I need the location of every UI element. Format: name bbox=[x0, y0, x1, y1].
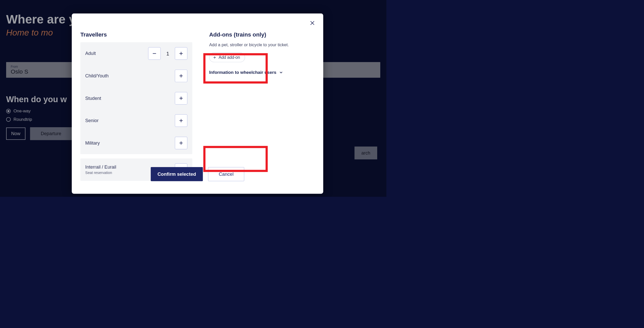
add-addon-button[interactable]: Add add-on bbox=[209, 53, 245, 62]
chevron-down-icon bbox=[279, 71, 283, 75]
plus-icon bbox=[179, 96, 183, 101]
increment-button[interactable] bbox=[175, 69, 187, 82]
travellers-heading: Travellers bbox=[80, 32, 197, 38]
plus-icon bbox=[179, 140, 183, 145]
add-addon-label: Add add-on bbox=[219, 55, 240, 60]
addons-description: Add a pet, stroller or bicycle to your t… bbox=[209, 42, 315, 47]
traveller-label: Child/Youth bbox=[85, 73, 109, 78]
confirm-button[interactable]: Confirm selected bbox=[151, 167, 203, 181]
traveller-count: 1 bbox=[166, 51, 169, 56]
cancel-button[interactable]: Cancel bbox=[208, 167, 244, 181]
traveller-row-adult: Adult 1 bbox=[80, 42, 192, 65]
traveller-row-senior: Senior bbox=[80, 109, 192, 132]
close-icon bbox=[310, 20, 315, 25]
increment-button[interactable] bbox=[175, 137, 187, 149]
addons-heading: Add-ons (trains only) bbox=[209, 32, 315, 38]
plus-icon bbox=[179, 73, 183, 78]
close-button[interactable] bbox=[308, 19, 316, 27]
wheelchair-info-label: Information to wheelchair users bbox=[209, 70, 276, 75]
increment-button[interactable] bbox=[175, 114, 187, 127]
plus-icon bbox=[179, 51, 183, 56]
minus-icon bbox=[152, 51, 157, 56]
traveller-row-military: Military bbox=[80, 132, 192, 154]
traveller-label: Military bbox=[85, 140, 100, 146]
traveller-list: Adult 1 Child/Youth bbox=[80, 42, 192, 154]
plus-icon bbox=[179, 118, 183, 123]
increment-button[interactable] bbox=[175, 47, 187, 60]
decrement-button[interactable] bbox=[148, 47, 161, 60]
traveller-label: Senior bbox=[85, 118, 99, 123]
travellers-modal: Travellers Adult 1 bbox=[72, 14, 323, 194]
traveller-row-student: Student bbox=[80, 87, 192, 110]
increment-button[interactable] bbox=[175, 92, 187, 104]
wheelchair-info-toggle[interactable]: Information to wheelchair users bbox=[209, 70, 315, 75]
traveller-label: Adult bbox=[85, 51, 96, 56]
traveller-row-child: Child/Youth bbox=[80, 65, 192, 87]
traveller-label: Student bbox=[85, 96, 101, 101]
plus-icon bbox=[213, 56, 216, 59]
